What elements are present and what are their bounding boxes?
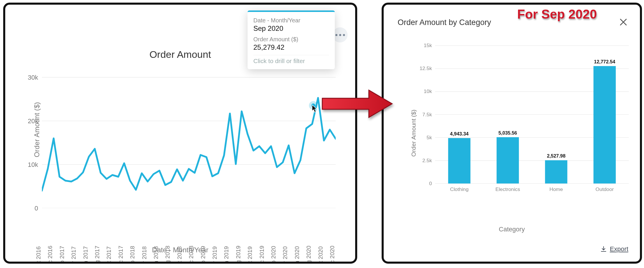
bar-chart-plot[interactable]: 02.5k5k7.5k10k12.5k15k4,943.34Clothing5,… (419, 37, 631, 205)
svg-text:0: 0 (429, 181, 432, 186)
svg-text:Clothing: Clothing (450, 186, 469, 192)
bar[interactable] (497, 137, 519, 183)
ellipsis-icon (335, 34, 337, 36)
chart-tooltip[interactable]: Date - Month/Year Sep 2020 Order Amount … (248, 10, 335, 69)
svg-text:7.5k: 7.5k (422, 112, 432, 117)
tooltip-field1-value: Sep 2020 (253, 24, 329, 33)
svg-text:15k: 15k (424, 42, 432, 48)
svg-text:Electronics: Electronics (495, 186, 520, 192)
export-label: Export (610, 245, 628, 253)
close-icon (620, 18, 627, 26)
bar-chart-card: Order Amount by Category Order Amount ($… (382, 3, 642, 264)
svg-text:4,943.34: 4,943.34 (450, 131, 469, 136)
cursor-icon (312, 105, 318, 113)
svg-text:5k: 5k (426, 135, 432, 140)
bar[interactable] (545, 160, 567, 183)
tooltip-field2-value: 25,279.42 (253, 43, 329, 51)
close-button[interactable] (618, 16, 628, 28)
tooltip-field1-label: Date - Month/Year (253, 17, 329, 24)
svg-text:Outdoor: Outdoor (595, 186, 614, 192)
y-tick-label: 0 (21, 205, 38, 212)
svg-text:12.5k: 12.5k (419, 65, 432, 71)
bar-chart-title: Order Amount by Category (398, 18, 491, 27)
y-axis-label: Order Amount ($) (33, 102, 41, 157)
svg-text:12,772.54: 12,772.54 (594, 59, 615, 64)
tooltip-drill-hint[interactable]: Click to drill or filter (253, 58, 329, 65)
drill-arrow-icon (319, 88, 395, 120)
svg-text:2,527.98: 2,527.98 (547, 153, 565, 158)
export-link[interactable]: Export (600, 245, 628, 253)
line-chart-plot[interactable] (42, 69, 336, 208)
svg-text:10k: 10k (424, 88, 432, 94)
bar-y-axis-label: Order Amount ($) (410, 110, 417, 157)
bar-x-axis-label: Category (384, 226, 640, 233)
y-tick-label: 20k (21, 117, 38, 125)
bar[interactable] (448, 138, 471, 183)
svg-text:Home: Home (549, 186, 563, 192)
y-tick-label: 10k (21, 161, 38, 169)
svg-text:2.5k: 2.5k (422, 158, 432, 163)
svg-text:5,035.56: 5,035.56 (499, 130, 517, 135)
tooltip-field2-label: Order Amount ($) (253, 36, 329, 43)
line-chart-card: Order Amount Order Amount ($) 010k20k30k… (3, 3, 357, 264)
download-icon (600, 246, 607, 252)
bar[interactable] (593, 66, 616, 183)
drill-caption: For Sep 2020 (517, 7, 597, 22)
y-tick-label: 30k (21, 74, 38, 81)
x-axis-label: Date - Month/Year (5, 246, 355, 254)
